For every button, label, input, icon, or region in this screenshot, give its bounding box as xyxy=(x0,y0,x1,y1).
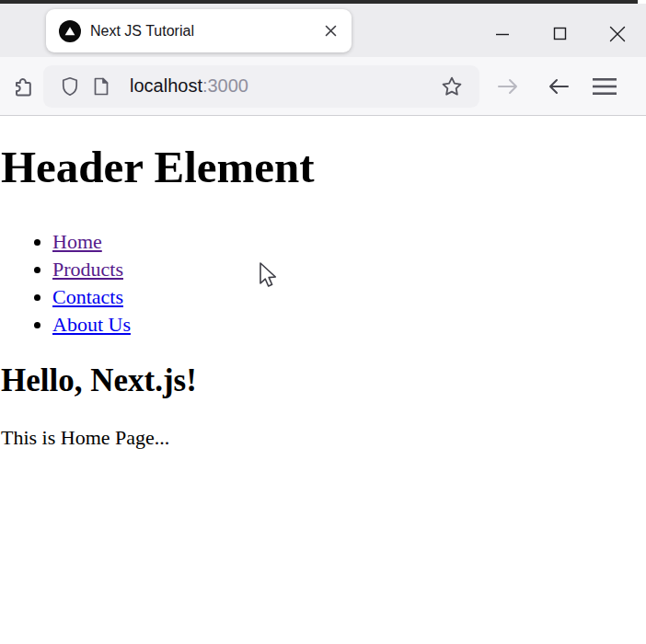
forward-arrow-icon[interactable] xyxy=(485,64,531,109)
page-subheading: Hello, Next.js! xyxy=(1,364,197,397)
window-close-icon[interactable] xyxy=(589,7,646,61)
bookmark-star-icon[interactable] xyxy=(432,68,472,105)
nav-list-item: Home xyxy=(52,228,131,256)
tab-close-icon[interactable] xyxy=(322,23,339,40)
browser-tab[interactable]: Next JS Tutorial xyxy=(46,9,352,52)
page-title: Header Element xyxy=(1,144,315,190)
navigation-toolbar: localhost:3000 xyxy=(0,57,646,116)
page-paragraph: This is Home Page... xyxy=(1,424,169,452)
nav-link-contacts[interactable]: Contacts xyxy=(52,285,123,308)
back-arrow-icon[interactable] xyxy=(536,64,582,109)
nav-list-item: Products xyxy=(52,256,131,283)
window-controls xyxy=(475,7,646,61)
extensions-puzzle-icon[interactable] xyxy=(3,64,43,109)
shield-icon[interactable] xyxy=(54,68,86,105)
address-bar[interactable]: localhost:3000 xyxy=(43,65,479,108)
nav-list-item: About Us xyxy=(52,311,131,339)
page-info-icon[interactable] xyxy=(86,68,117,105)
nav-link-products[interactable]: Products xyxy=(52,258,123,281)
hamburger-menu-icon[interactable] xyxy=(582,64,628,109)
url-host: localhost xyxy=(130,75,202,96)
nav-link-home[interactable]: Home xyxy=(52,230,102,253)
url-text: localhost:3000 xyxy=(130,75,248,97)
nav-list-item: Contacts xyxy=(52,283,131,311)
minimize-icon[interactable] xyxy=(475,7,532,61)
browser-window: Next JS Tutorial xyxy=(0,0,646,644)
nav-link-about-us[interactable]: About Us xyxy=(52,313,131,336)
nextjs-triangle-icon xyxy=(59,20,81,42)
url-port: :3000 xyxy=(202,75,248,96)
page-content: Header Element HomeProductsContactsAbout… xyxy=(0,117,646,644)
tab-strip: Next JS Tutorial xyxy=(0,4,646,57)
tab-title: Next JS Tutorial xyxy=(90,23,322,40)
maximize-icon[interactable] xyxy=(532,7,589,61)
nav-link-list: HomeProductsContactsAbout Us xyxy=(0,228,131,339)
